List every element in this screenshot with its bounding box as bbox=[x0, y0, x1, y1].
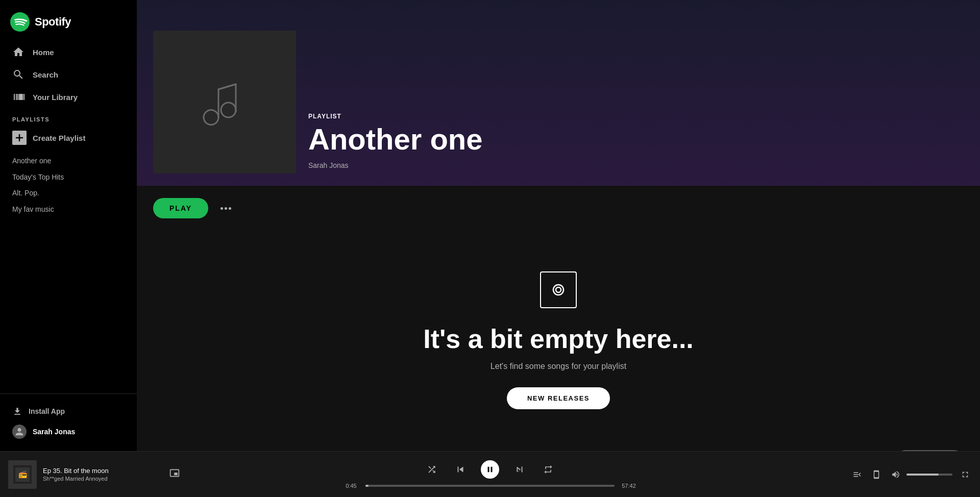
dot-icon bbox=[229, 207, 231, 210]
install-app-button[interactable]: Install App bbox=[12, 402, 125, 420]
playlist-info: PLAYLIST Another one Sarah Jonas bbox=[308, 113, 483, 173]
album-art-image: 📻 bbox=[13, 465, 32, 484]
list-item[interactable]: Today's Top Hits bbox=[12, 169, 125, 186]
spotify-logo-icon bbox=[10, 12, 30, 32]
fullscreen-button[interactable] bbox=[959, 468, 972, 481]
list-item[interactable]: Alt. Pop. bbox=[12, 185, 125, 202]
create-playlist-label: Create Playlist bbox=[33, 134, 85, 142]
sidebar-item-search[interactable]: Search bbox=[4, 63, 133, 86]
playlist-list: Another one Today's Top Hits Alt. Pop. M… bbox=[0, 149, 137, 393]
sidebar-nav: Home Search Your Library bbox=[0, 41, 137, 108]
repeat-button[interactable] bbox=[540, 461, 556, 478]
new-releases-button[interactable]: NEW RELEASES bbox=[507, 387, 610, 409]
recommended-section: Recommended Songs ▲ REFRESH Based on the… bbox=[137, 450, 980, 451]
plus-icon bbox=[12, 131, 27, 145]
player-center: 0:45 57:42 bbox=[182, 460, 798, 489]
volume-bar-fill bbox=[906, 474, 939, 476]
sidebar-item-library[interactable]: Your Library bbox=[4, 86, 133, 108]
svg-point-2 bbox=[556, 287, 561, 292]
dot-icon bbox=[225, 207, 227, 210]
main-content: PLAYLIST Another one Sarah Jonas PLAY It… bbox=[137, 0, 980, 451]
empty-state: It's a bit empty here... Let's find some… bbox=[137, 231, 980, 450]
more-options-button[interactable] bbox=[216, 203, 235, 214]
time-current: 0:45 bbox=[342, 483, 360, 489]
playlist-art bbox=[153, 31, 296, 173]
progress-area: 0:45 57:42 bbox=[342, 483, 638, 489]
library-label: Your Library bbox=[33, 93, 78, 102]
user-avatar bbox=[12, 425, 27, 439]
recommended-header: Recommended Songs ▲ REFRESH bbox=[153, 450, 964, 451]
next-button[interactable] bbox=[511, 461, 528, 478]
spotify-wordmark: Spotify bbox=[35, 15, 71, 29]
camera-icon bbox=[540, 271, 577, 308]
player-album-art: 📻 bbox=[8, 460, 37, 489]
dot-icon bbox=[220, 207, 223, 210]
search-label: Search bbox=[33, 70, 58, 79]
refresh-button[interactable]: REFRESH bbox=[896, 450, 964, 451]
music-note-icon bbox=[194, 71, 255, 133]
pause-button[interactable] bbox=[481, 460, 499, 479]
search-icon bbox=[12, 68, 24, 81]
play-button[interactable]: PLAY bbox=[153, 198, 208, 218]
player-bar: 📻 Ep 35. Bit of the moon Sh**ged Married… bbox=[0, 451, 980, 497]
library-icon bbox=[12, 91, 24, 103]
devices-button[interactable] bbox=[870, 468, 883, 481]
sidebar: Spotify Home Search Your Library bbox=[0, 0, 137, 451]
user-name: Sarah Jonas bbox=[33, 428, 75, 436]
player-controls bbox=[424, 460, 556, 479]
lyrics-button[interactable] bbox=[850, 468, 864, 481]
player-left: 📻 Ep 35. Bit of the moon Sh**ged Married… bbox=[8, 460, 182, 489]
progress-bar[interactable] bbox=[365, 485, 615, 487]
svg-point-1 bbox=[553, 285, 564, 295]
empty-state-subtitle: Let's find some songs for your playlist bbox=[491, 362, 626, 371]
playlist-header: PLAYLIST Another one Sarah Jonas bbox=[137, 0, 980, 186]
player-track-title: Ep 35. Bit of the moon bbox=[43, 467, 161, 475]
shuffle-button[interactable] bbox=[424, 461, 440, 478]
playlists-section-label: PLAYLISTS bbox=[0, 108, 137, 127]
user-profile[interactable]: Sarah Jonas bbox=[12, 420, 125, 443]
volume-bar[interactable] bbox=[906, 474, 952, 476]
volume-icon[interactable] bbox=[889, 468, 902, 481]
playlist-type-label: PLAYLIST bbox=[308, 113, 483, 120]
svg-text:📻: 📻 bbox=[18, 470, 28, 479]
list-item[interactable]: Another one bbox=[12, 153, 125, 169]
logo-area[interactable]: Spotify bbox=[0, 0, 137, 41]
pip-icon[interactable] bbox=[167, 466, 182, 483]
empty-state-title: It's a bit empty here... bbox=[423, 325, 694, 354]
playlist-owner: Sarah Jonas bbox=[308, 161, 483, 169]
list-item[interactable]: My fav music bbox=[12, 202, 125, 218]
playlist-title: Another one bbox=[308, 124, 483, 155]
create-playlist-button[interactable]: Create Playlist bbox=[4, 127, 133, 149]
player-right bbox=[798, 468, 972, 481]
playlist-actions: PLAY bbox=[137, 186, 980, 231]
home-icon bbox=[12, 46, 24, 58]
download-icon bbox=[12, 406, 22, 416]
player-track-info: Ep 35. Bit of the moon Sh**ged Married A… bbox=[43, 467, 161, 482]
player-track-artist: Sh**ged Married Annoyed bbox=[43, 476, 161, 482]
time-total: 57:42 bbox=[620, 483, 638, 489]
sidebar-bottom: Install App Sarah Jonas bbox=[0, 393, 137, 451]
home-label: Home bbox=[33, 48, 54, 57]
progress-bar-fill bbox=[365, 485, 369, 487]
sidebar-item-home[interactable]: Home bbox=[4, 41, 133, 63]
previous-button[interactable] bbox=[452, 461, 469, 478]
install-app-label: Install App bbox=[29, 407, 65, 415]
volume-area bbox=[889, 468, 952, 481]
